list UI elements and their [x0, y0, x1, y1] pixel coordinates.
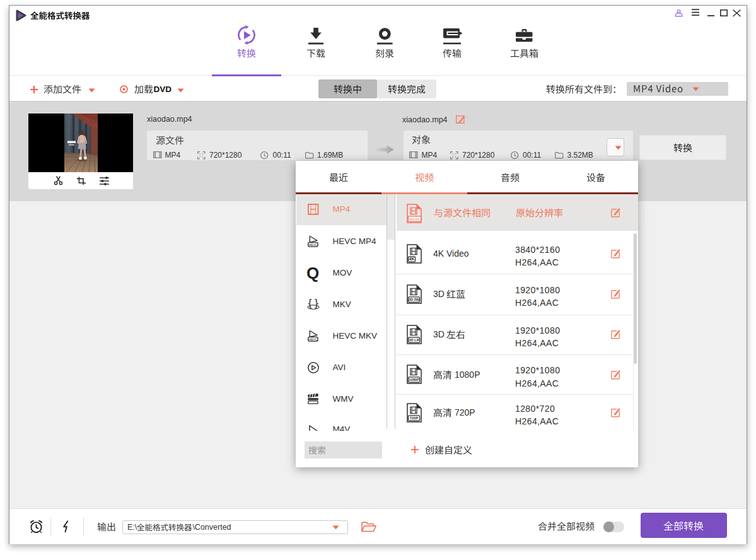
svg-text:720P: 720P — [410, 416, 419, 420]
svg-text:4K: 4K — [409, 257, 415, 261]
svg-text:HEVC: HEVC — [309, 243, 318, 247]
svg-text:1080P: 1080P — [409, 378, 419, 382]
svg-text:3D RB: 3D RB — [409, 298, 419, 301]
svg-text:3D LR: 3D LR — [409, 338, 420, 342]
svg-text:source: source — [409, 217, 420, 221]
svg-text:HEVC: HEVC — [309, 337, 318, 341]
svg-text:{}: {} — [308, 297, 321, 309]
